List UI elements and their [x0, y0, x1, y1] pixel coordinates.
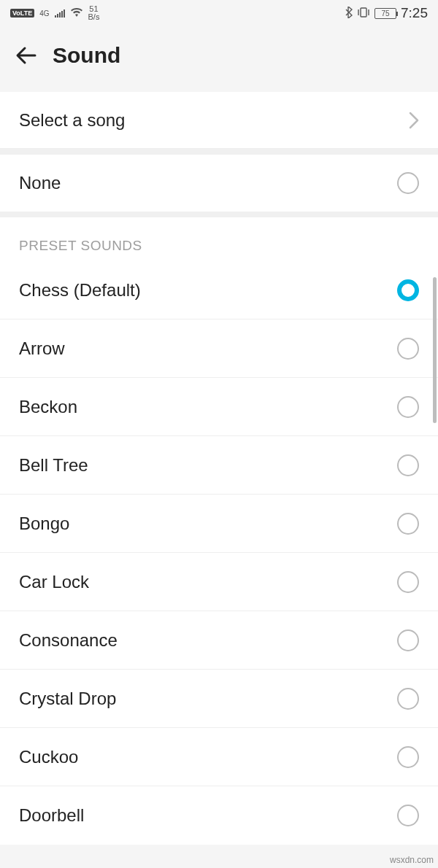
back-button[interactable]	[12, 41, 41, 70]
preset-item-label: Crystal Drop	[19, 689, 116, 709]
preset-item[interactable]: Consonance	[0, 611, 438, 670]
preset-section-header: PRESET SOUNDS	[0, 217, 438, 261]
preset-item-label: Bell Tree	[19, 455, 88, 476]
status-bar: VoLTE 4G 51 B/s 75 7:25	[0, 0, 438, 26]
preset-list: PRESET SOUNDS Chess (Default)ArrowBeckon…	[0, 217, 438, 845]
scrollbar[interactable]	[433, 277, 437, 423]
speed-unit: B/s	[88, 13, 100, 21]
preset-item[interactable]: Beckon	[0, 378, 438, 436]
radio-button[interactable]	[397, 805, 419, 826]
none-label: None	[19, 173, 61, 193]
section-gap	[0, 212, 438, 217]
radio-button[interactable]	[397, 571, 419, 593]
preset-item-label: Consonance	[19, 630, 118, 651]
radio-button[interactable]	[397, 396, 419, 418]
svg-rect-0	[361, 8, 366, 17]
preset-item-label: Doorbell	[19, 805, 84, 826]
net-speed: 51 B/s	[88, 5, 100, 21]
network-label: 4G	[39, 9, 49, 18]
preset-item-label: Beckon	[19, 397, 77, 417]
radio-button[interactable]	[397, 513, 419, 535]
preset-item-label: Arrow	[19, 338, 65, 359]
preset-item[interactable]: Chess (Default)	[0, 261, 438, 319]
wifi-icon	[70, 7, 83, 20]
radio-button[interactable]	[397, 454, 419, 476]
preset-item[interactable]: Car Lock	[0, 553, 438, 611]
signal-bars-icon	[55, 9, 65, 18]
preset-item[interactable]: Cuckoo	[0, 728, 438, 786]
none-option-row[interactable]: None	[0, 155, 438, 212]
select-song-row[interactable]: Select a song	[0, 92, 438, 149]
chevron-right-icon	[409, 112, 419, 129]
radio-button[interactable]	[397, 338, 419, 360]
preset-item-label: Car Lock	[19, 572, 89, 592]
volte-badge: VoLTE	[10, 9, 34, 18]
radio-button[interactable]	[397, 279, 419, 301]
radio-button[interactable]	[397, 629, 419, 651]
battery-level: 75	[381, 9, 389, 18]
radio-button[interactable]	[397, 746, 419, 768]
preset-item[interactable]: Crystal Drop	[0, 670, 438, 728]
vibrate-icon	[357, 7, 370, 20]
app-header: Sound	[0, 26, 438, 92]
select-song-label: Select a song	[19, 110, 125, 131]
status-right: 75 7:25	[345, 5, 428, 21]
arrow-left-icon	[15, 44, 38, 67]
preset-item[interactable]: Doorbell	[0, 786, 438, 845]
section-gap	[0, 149, 438, 155]
radio-button[interactable]	[397, 688, 419, 710]
preset-item[interactable]: Bell Tree	[0, 436, 438, 495]
preset-item[interactable]: Bongo	[0, 495, 438, 553]
status-left: VoLTE 4G 51 B/s	[10, 5, 99, 21]
clock: 7:25	[401, 5, 428, 21]
preset-item-label: Cuckoo	[19, 747, 78, 767]
preset-item-label: Chess (Default)	[19, 280, 141, 301]
bluetooth-icon	[345, 7, 353, 20]
page-title: Sound	[53, 43, 120, 68]
preset-item-label: Bongo	[19, 514, 69, 534]
preset-item[interactable]: Arrow	[0, 319, 438, 378]
watermark: wsxdn.com	[390, 855, 434, 865]
battery-icon: 75	[374, 8, 396, 19]
radio-button[interactable]	[397, 172, 419, 194]
